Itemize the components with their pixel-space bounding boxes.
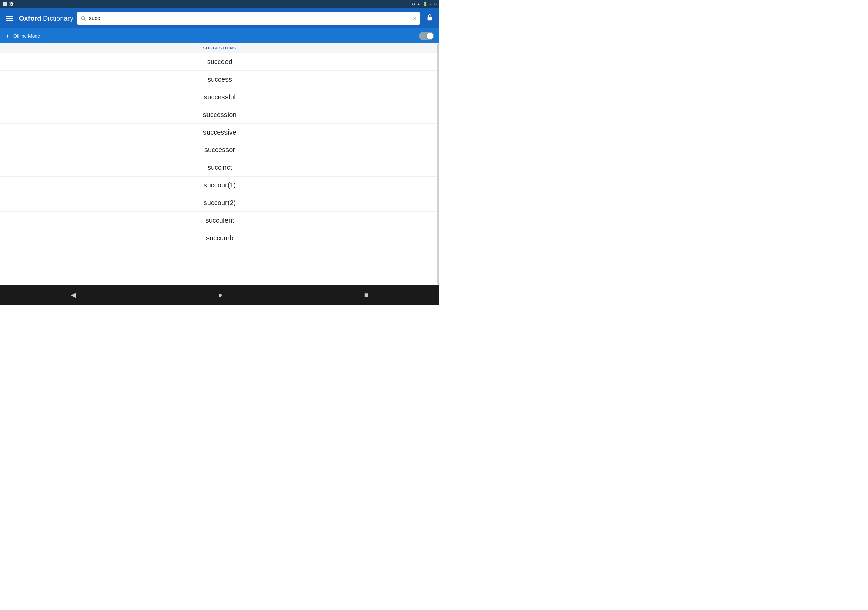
list-item[interactable]: succour(1) bbox=[0, 176, 439, 194]
scrollbar[interactable] bbox=[437, 43, 439, 285]
hamburger-line-2 bbox=[6, 18, 13, 19]
suggestion-text: succinct bbox=[208, 164, 232, 172]
suggestion-text: succeed bbox=[207, 58, 232, 66]
suggestion-text: succour(2) bbox=[204, 199, 236, 207]
lock-button[interactable] bbox=[424, 11, 436, 25]
status-bar-right: ⊖ ▲ 🔋 2:03 bbox=[412, 2, 437, 6]
list-item[interactable]: successive bbox=[0, 124, 439, 141]
suggestion-text: successful bbox=[204, 93, 235, 101]
offline-bar: ✈ Offline Mode bbox=[0, 28, 439, 43]
home-icon: ● bbox=[218, 291, 222, 299]
list-item[interactable]: succinct bbox=[0, 159, 439, 176]
screenshot-icon: ⬜ bbox=[3, 2, 8, 6]
list-item[interactable]: succession bbox=[0, 106, 439, 124]
wifi-icon: ▲ bbox=[417, 2, 421, 6]
recents-icon: ■ bbox=[364, 291, 368, 299]
clear-search-button[interactable]: × bbox=[412, 15, 416, 21]
hamburger-line-3 bbox=[6, 20, 13, 21]
offline-mode-label: Offline Mode bbox=[13, 33, 40, 39]
status-bar-left: ⬜ 🖼 bbox=[3, 2, 13, 6]
offline-mode-toggle[interactable] bbox=[419, 32, 434, 40]
back-icon: ◀ bbox=[71, 291, 76, 299]
svg-rect-2 bbox=[428, 17, 432, 20]
app-title-normal: Dictionary bbox=[41, 15, 73, 22]
suggestion-text: succour(1) bbox=[204, 181, 236, 189]
search-input[interactable] bbox=[89, 15, 410, 21]
recents-button[interactable]: ■ bbox=[357, 288, 375, 302]
app-title-bold: Oxford bbox=[19, 15, 41, 22]
status-time: 2:03 bbox=[429, 2, 437, 6]
status-bar: ⬜ 🖼 ⊖ ▲ 🔋 2:03 bbox=[0, 0, 439, 8]
list-item[interactable]: successor bbox=[0, 141, 439, 159]
list-item[interactable]: success bbox=[0, 71, 439, 88]
hamburger-line-1 bbox=[6, 16, 13, 17]
svg-point-0 bbox=[82, 17, 85, 20]
back-button[interactable]: ◀ bbox=[64, 287, 83, 302]
search-icon bbox=[81, 15, 86, 21]
menu-button[interactable] bbox=[4, 14, 15, 23]
list-item[interactable]: succulent bbox=[0, 212, 439, 229]
list-item[interactable]: successful bbox=[0, 88, 439, 106]
stop-circle-icon: ⊖ bbox=[412, 2, 415, 6]
top-bar: Oxford Dictionary × bbox=[0, 8, 439, 28]
list-item[interactable]: succumb bbox=[0, 229, 439, 247]
suggestions-list: succeed success successful succession su… bbox=[0, 53, 439, 247]
suggestion-text: success bbox=[208, 76, 232, 84]
suggestion-text: successive bbox=[203, 129, 236, 136]
battery-icon: 🔋 bbox=[423, 2, 428, 6]
search-bar: × bbox=[77, 11, 420, 25]
app-title: Oxford Dictionary bbox=[19, 15, 73, 22]
toggle-thumb bbox=[426, 33, 433, 39]
image-icon: 🖼 bbox=[9, 2, 13, 6]
svg-line-1 bbox=[84, 19, 86, 21]
suggestions-section-label: SUGGESTIONS bbox=[0, 43, 439, 53]
home-button[interactable]: ● bbox=[211, 288, 229, 302]
suggestion-text: succulent bbox=[206, 217, 234, 224]
suggestion-text: succession bbox=[203, 111, 237, 119]
suggestion-text: successor bbox=[205, 146, 235, 154]
suggestion-text: succumb bbox=[206, 234, 233, 242]
list-item[interactable]: succour(2) bbox=[0, 194, 439, 212]
offline-left: ✈ Offline Mode bbox=[5, 33, 40, 39]
bottom-nav: ◀ ● ■ bbox=[0, 285, 439, 305]
airplane-icon: ✈ bbox=[5, 33, 10, 39]
list-item[interactable]: succeed bbox=[0, 53, 439, 71]
